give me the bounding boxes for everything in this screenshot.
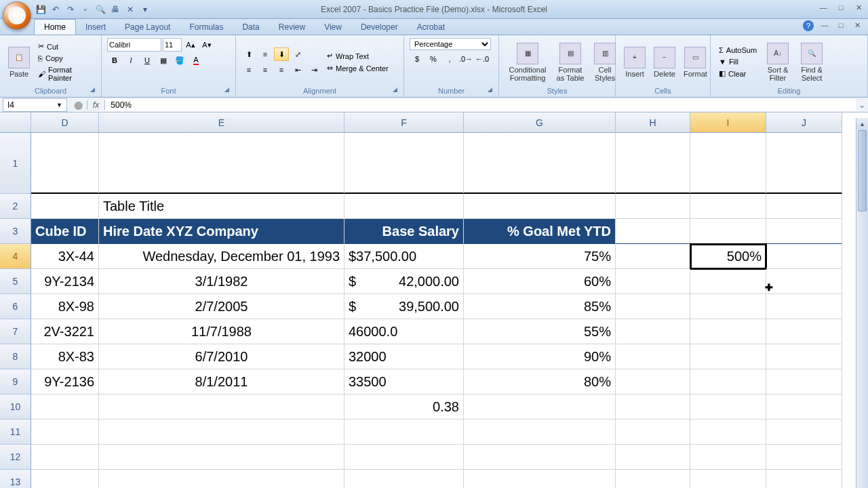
font-size-select[interactable]: [163, 38, 182, 52]
cut-button[interactable]: ✂Cut: [35, 41, 96, 52]
cell-F13[interactable]: [344, 470, 464, 488]
delete-cells-button[interactable]: −Delete: [651, 45, 678, 79]
cell-I2[interactable]: [690, 194, 766, 219]
merge-center-button[interactable]: ⇔Merge & Center: [324, 63, 391, 73]
cell-H5[interactable]: [616, 269, 690, 294]
cell-D2[interactable]: [31, 194, 99, 219]
align-top-icon[interactable]: ⬆: [241, 47, 256, 61]
indent-inc-icon[interactable]: ⇥: [307, 63, 321, 77]
cell-G2[interactable]: [464, 194, 616, 219]
cell-G1[interactable]: [464, 133, 616, 194]
cell-J12[interactable]: [766, 445, 842, 470]
cell-E11[interactable]: [99, 420, 344, 445]
row-header-11[interactable]: 11: [0, 420, 31, 445]
save-icon[interactable]: 💾: [35, 4, 46, 15]
bold-icon[interactable]: B: [107, 54, 122, 67]
cell-G9[interactable]: 80%: [464, 369, 616, 394]
scroll-up-icon[interactable]: ▲: [856, 118, 868, 130]
align-left-icon[interactable]: ≡: [241, 63, 256, 77]
select-all-corner[interactable]: [0, 113, 31, 133]
decrease-decimal-icon[interactable]: ←.0: [475, 52, 490, 66]
cell-D1[interactable]: [31, 133, 99, 194]
orientation-icon[interactable]: ⤢: [290, 47, 305, 61]
col-header-H[interactable]: H: [616, 113, 690, 133]
format-cells-button[interactable]: ▭Format: [681, 45, 710, 79]
autosum-button[interactable]: ΣAutoSum: [716, 45, 760, 55]
currency-icon[interactable]: $: [410, 52, 425, 66]
row-header-1[interactable]: 1: [0, 133, 31, 194]
vertical-scrollbar[interactable]: ▲: [856, 118, 868, 488]
col-header-D[interactable]: D: [31, 113, 99, 133]
cell-F8[interactable]: 32000: [344, 344, 464, 369]
indent-dec-icon[interactable]: ⇤: [290, 63, 305, 77]
name-box[interactable]: I4▼: [3, 98, 67, 112]
cell-J3[interactable]: [766, 219, 842, 244]
cell-F1[interactable]: [344, 133, 464, 194]
cell-G5[interactable]: 60%: [464, 269, 616, 294]
row-header-6[interactable]: 6: [0, 294, 31, 319]
header-salary[interactable]: Base Salary: [344, 219, 464, 244]
cell-D13[interactable]: [31, 470, 99, 488]
cells-area[interactable]: Table TitleCube IDHire Date XYZ CompanyB…: [31, 133, 842, 488]
cell-I5[interactable]: [690, 269, 766, 294]
cell-H4[interactable]: [616, 244, 690, 269]
cell-H9[interactable]: [616, 369, 690, 394]
cell-J4[interactable]: [766, 244, 842, 269]
header-cube[interactable]: Cube ID: [31, 219, 99, 244]
format-painter-button[interactable]: 🖌Format Painter: [35, 65, 96, 83]
border-icon[interactable]: ▦: [156, 54, 171, 67]
cell-I1[interactable]: [690, 133, 766, 194]
cell-H10[interactable]: [616, 394, 690, 420]
cell-I13[interactable]: [690, 470, 766, 488]
cell-I10[interactable]: [690, 394, 766, 420]
underline-icon[interactable]: U: [140, 54, 155, 67]
cell-J11[interactable]: [766, 420, 842, 445]
cell-D9[interactable]: 9Y-2136: [31, 369, 99, 394]
row-header-5[interactable]: 5: [0, 269, 31, 294]
tab-developer[interactable]: Developer: [351, 20, 408, 35]
cell-D7[interactable]: 2V-3221: [31, 319, 99, 344]
cell-D5[interactable]: 9Y-2134: [31, 269, 99, 294]
row-header-10[interactable]: 10: [0, 394, 31, 420]
maximize-button[interactable]: □: [835, 3, 846, 12]
row-header-4[interactable]: 4: [0, 244, 31, 269]
spreadsheet-grid[interactable]: DEFGHIJ 12345678910111213 Table TitleCub…: [0, 113, 868, 488]
align-center-icon[interactable]: ≡: [258, 63, 273, 77]
alignment-launcher-icon[interactable]: ◢: [393, 86, 402, 96]
font-name-select[interactable]: [107, 38, 161, 52]
cell-H6[interactable]: [616, 294, 690, 319]
cell-J10[interactable]: [766, 394, 842, 420]
cell-I12[interactable]: [690, 445, 766, 470]
row-header-12[interactable]: 12: [0, 445, 31, 470]
cell-H13[interactable]: [616, 470, 690, 488]
cell-I3[interactable]: [690, 219, 766, 244]
clear-button[interactable]: ◧Clear: [716, 68, 760, 79]
grow-font-icon[interactable]: A▴: [183, 38, 198, 52]
percent-icon[interactable]: %: [426, 52, 441, 66]
cell-J6[interactable]: [766, 294, 842, 319]
cell-E1[interactable]: [99, 133, 344, 194]
header-goal[interactable]: % Goal Met YTD: [464, 219, 616, 244]
col-header-E[interactable]: E: [99, 113, 344, 133]
tab-acrobat[interactable]: Acrobat: [408, 20, 454, 35]
cell-J9[interactable]: [766, 369, 842, 394]
format-as-table-button[interactable]: ▤Format as Table: [553, 41, 587, 83]
cell-E7[interactable]: 11/7/1988: [99, 319, 344, 344]
row-header-3[interactable]: 3: [0, 219, 31, 244]
cell-G13[interactable]: [464, 470, 616, 488]
conditional-formatting-button[interactable]: ▦Conditional Formatting: [505, 41, 551, 83]
sort-filter-button[interactable]: A↓Sort & Filter: [762, 41, 793, 83]
tab-insert[interactable]: Insert: [76, 20, 115, 35]
redo-icon[interactable]: ↷: [65, 4, 76, 15]
minimize-button[interactable]: —: [818, 3, 829, 12]
col-header-J[interactable]: J: [766, 113, 842, 133]
cell-H12[interactable]: [616, 445, 690, 470]
cell-J1[interactable]: [766, 133, 842, 194]
clipboard-launcher-icon[interactable]: ◢: [90, 86, 100, 96]
cell-F5[interactable]: $42,000.00: [344, 269, 464, 294]
cell-F7[interactable]: 46000.0: [344, 319, 464, 344]
tab-data[interactable]: Data: [233, 20, 269, 35]
col-header-G[interactable]: G: [464, 113, 616, 133]
cell-G11[interactable]: [464, 420, 616, 445]
row-header-7[interactable]: 7: [0, 319, 31, 344]
